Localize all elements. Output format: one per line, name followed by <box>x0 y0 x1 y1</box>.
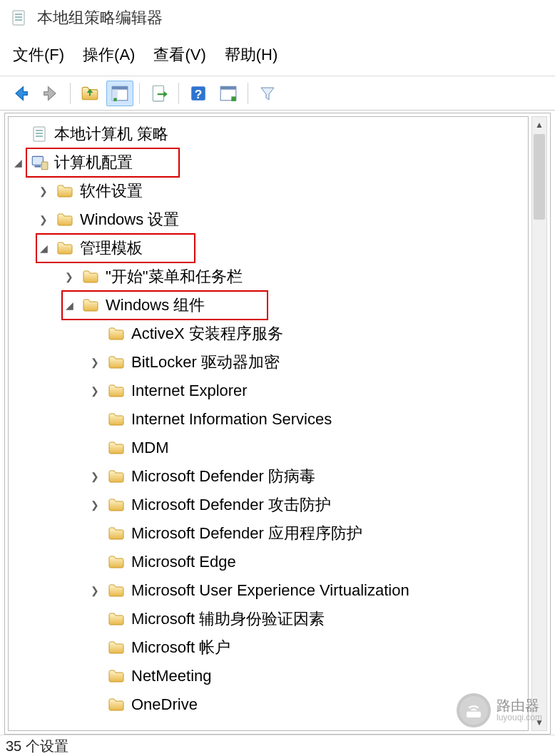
filter-button[interactable] <box>254 81 281 106</box>
expander-icon[interactable]: ❯ <box>87 583 103 598</box>
toolbar-separator <box>70 83 71 104</box>
folder-icon <box>107 610 126 628</box>
folder-icon <box>81 267 100 286</box>
scroll-up-button[interactable]: ▲ <box>532 117 546 133</box>
folder-icon <box>107 410 126 429</box>
expander-icon[interactable]: ◢ <box>61 297 77 313</box>
toolbar-separator <box>139 83 140 104</box>
folder-icon <box>56 239 74 257</box>
up-button[interactable] <box>76 81 103 106</box>
tree-item[interactable]: ActiveX 安装程序服务 <box>10 320 528 348</box>
tree-label: OneDrive <box>131 695 198 714</box>
expander-icon[interactable]: ❯ <box>61 269 77 285</box>
computer-icon <box>30 153 49 172</box>
tree-item-root[interactable]: 本地计算机 策略 <box>10 120 528 148</box>
tree-item-windows-settings[interactable]: ❯ Windows 设置 <box>10 205 528 234</box>
toolbar-separator <box>178 83 179 104</box>
app-icon <box>9 8 29 28</box>
tree-label: ActiveX 安装程序服务 <box>131 323 283 344</box>
forward-button[interactable] <box>37 81 64 106</box>
tree-label: MDM <box>131 439 169 457</box>
menubar: 文件(F) 操作(A) 查看(V) 帮助(H) <box>0 36 555 76</box>
toolbar-separator <box>248 83 248 104</box>
tree-label: NetMeeting <box>131 667 212 685</box>
tree-label: Microsoft Defender 应用程序防护 <box>131 523 362 544</box>
toolbar <box>0 76 555 111</box>
tree-item[interactable]: ❯Microsoft User Experience Virtualizatio… <box>10 576 528 605</box>
tree-item[interactable]: NetMeeting <box>10 662 528 690</box>
folder-icon <box>107 667 126 685</box>
tree-item[interactable]: ❯Internet Explorer <box>10 377 528 405</box>
tree-item-software-settings[interactable]: ❯ 软件设置 <box>10 177 528 205</box>
scroll-thumb[interactable] <box>534 134 545 220</box>
tree-label: Windows 设置 <box>80 209 179 230</box>
folder-icon <box>107 581 126 600</box>
expander-icon[interactable]: ❯ <box>36 212 51 228</box>
tree-label: Microsoft Edge <box>131 553 236 571</box>
folder-icon <box>107 695 126 714</box>
folder-icon <box>107 325 126 343</box>
expander-icon[interactable]: ❯ <box>87 354 103 370</box>
folder-icon <box>56 182 74 200</box>
tree-label: Microsoft 帐户 <box>131 637 230 658</box>
statusbar: 35 个设置 <box>0 735 555 756</box>
tree-item-admin-templates[interactable]: ◢ 管理模板 <box>10 234 528 262</box>
menu-view[interactable]: 查看(V) <box>153 44 205 66</box>
tree-item[interactable]: ❯Microsoft Defender 攻击防护 <box>10 491 528 519</box>
folder-icon <box>107 353 126 372</box>
folder-icon <box>107 524 126 543</box>
menu-file[interactable]: 文件(F) <box>13 44 64 66</box>
tree-label: 管理模板 <box>80 237 143 259</box>
menu-help[interactable]: 帮助(H) <box>225 44 278 66</box>
tree-label: BitLocker 驱动器加密 <box>131 352 280 373</box>
menu-action[interactable]: 操作(A) <box>83 44 135 66</box>
tree-label: 软件设置 <box>80 180 143 202</box>
folder-icon <box>107 382 126 400</box>
tree-item[interactable]: MDM <box>10 434 528 462</box>
folder-icon <box>107 467 126 486</box>
tree-item[interactable]: ❯Microsoft Defender 防病毒 <box>10 462 528 491</box>
tree-children: ActiveX 安装程序服务❯BitLocker 驱动器加密❯Internet … <box>10 320 528 719</box>
window-title: 本地组策略编辑器 <box>37 7 163 29</box>
export-list-button[interactable] <box>146 81 173 106</box>
policy-icon <box>30 125 49 143</box>
tree-label: 计算机配置 <box>54 152 133 173</box>
help-button[interactable] <box>185 81 212 106</box>
tree-item-windows-components[interactable]: ◢ Windows 组件 <box>10 291 528 320</box>
tree: 本地计算机 策略 ◢ 计算机配置 ❯ 软件设置 ❯ Window <box>9 117 528 719</box>
show-hide-tree-button[interactable] <box>106 81 133 106</box>
tree-label: Internet Explorer <box>131 382 248 400</box>
tree-item-computer-config[interactable]: ◢ 计算机配置 <box>10 148 528 177</box>
folder-icon <box>107 553 126 571</box>
tree-label: "开始"菜单和任务栏 <box>106 266 243 287</box>
tree-label: Internet Information Services <box>131 410 332 429</box>
tree-label: Microsoft Defender 防病毒 <box>131 466 315 487</box>
tree-item[interactable]: Internet Information Services <box>10 405 528 434</box>
tree-item-start-taskbar[interactable]: ❯ "开始"菜单和任务栏 <box>10 262 528 291</box>
tree-item[interactable]: OneDrive <box>10 690 528 719</box>
titlebar: 本地组策略编辑器 <box>0 0 555 36</box>
expander-icon[interactable]: ❯ <box>87 383 103 399</box>
expander-icon[interactable]: ❯ <box>36 183 51 199</box>
folder-icon <box>81 296 100 315</box>
folder-icon <box>107 496 126 514</box>
tree-label: 本地计算机 策略 <box>54 123 168 145</box>
expander-icon[interactable]: ◢ <box>36 240 51 256</box>
expander-icon[interactable]: ❯ <box>87 497 103 513</box>
main-area: 本地计算机 策略 ◢ 计算机配置 ❯ 软件设置 ❯ Window <box>4 113 551 735</box>
tree-item[interactable]: Microsoft Edge <box>10 548 528 576</box>
expander-icon[interactable]: ◢ <box>10 155 26 170</box>
action-pane-button[interactable] <box>215 81 242 106</box>
status-text: 35 个设置 <box>6 738 68 754</box>
tree-item[interactable]: Microsoft 辅助身份验证因素 <box>10 605 528 633</box>
tree-item[interactable]: ❯BitLocker 驱动器加密 <box>10 348 528 377</box>
folder-icon <box>107 638 126 657</box>
back-button[interactable] <box>7 81 34 106</box>
scroll-down-button[interactable]: ▼ <box>532 715 546 730</box>
tree-item[interactable]: Microsoft 帐户 <box>10 633 528 662</box>
vertical-scrollbar[interactable]: ▲ ▼ <box>531 116 547 731</box>
expander-icon[interactable]: ❯ <box>87 469 103 484</box>
tree-pane: 本地计算机 策略 ◢ 计算机配置 ❯ 软件设置 ❯ Window <box>8 116 529 731</box>
tree-item[interactable]: Microsoft Defender 应用程序防护 <box>10 519 528 548</box>
folder-icon <box>56 210 74 229</box>
